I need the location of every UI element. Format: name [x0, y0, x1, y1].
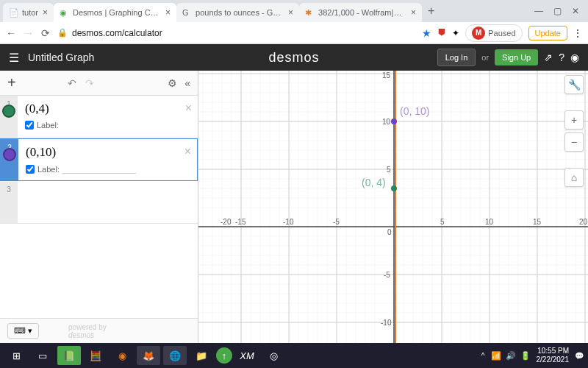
start-button[interactable]: ⊞	[4, 346, 28, 365]
taskbar-app[interactable]: XM	[235, 346, 259, 365]
tab-title: Desmos | Graphing Calculator	[73, 8, 161, 17]
forward-button[interactable]: →	[24, 27, 34, 39]
browser-tab[interactable]: ✱ 382/1,000 - Wolfram|Alpha ×	[299, 3, 422, 22]
graph-controls: 🔧 + − ⌂	[564, 75, 584, 187]
svg-text:15: 15	[382, 71, 391, 79]
new-tab-button[interactable]: +	[422, 4, 440, 18]
favicon-icon: G	[182, 8, 191, 17]
expression-row-empty[interactable]: 3	[0, 181, 198, 224]
window-controls: — ▢ ✕	[528, 6, 585, 16]
point-label: (0, 10)	[400, 105, 429, 117]
minor-grid-v	[203, 71, 576, 343]
browser-tab[interactable]: 📄 tutor ×	[3, 3, 54, 22]
taskbar-app[interactable]: 🧮	[84, 346, 107, 365]
favicon-icon: ✱	[305, 8, 314, 17]
reload-button[interactable]: ⟳	[41, 27, 50, 39]
delete-expression-icon[interactable]: ×	[185, 102, 192, 115]
undo-button[interactable]: ↶	[68, 77, 76, 89]
task-view-icon[interactable]: ▭	[31, 346, 54, 365]
signup-button[interactable]: Sign Up	[495, 49, 538, 66]
add-expression-button[interactable]: +	[7, 74, 16, 91]
taskbar-app[interactable]: ◎	[262, 346, 285, 365]
close-icon[interactable]: ×	[288, 7, 293, 18]
close-icon[interactable]: ✕	[572, 6, 579, 16]
maximize-icon[interactable]: ▢	[553, 6, 562, 16]
url-input[interactable]: 🔒 desmos.com/calculator	[57, 28, 415, 38]
taskbar-app[interactable]: ◉	[110, 346, 134, 365]
graph-canvas[interactable]: -20 -15 -10 -5 0 5 10 15 20 -10 -5 5 10 …	[198, 71, 588, 343]
label-input[interactable]	[62, 164, 136, 174]
expression-toolbar: + ↶ ↷ ⚙ «	[0, 71, 198, 96]
notifications-icon[interactable]: 💬	[575, 352, 584, 360]
url-text: desmos.com/calculator	[72, 28, 162, 38]
hamburger-icon[interactable]: ☰	[9, 51, 19, 65]
help-icon[interactable]: ?	[559, 52, 564, 63]
close-icon[interactable]: ×	[165, 7, 171, 18]
extension-icon[interactable]: ⛊	[437, 28, 446, 38]
label-checkbox[interactable]	[26, 165, 35, 174]
label-text: Label:	[37, 165, 60, 174]
share-icon[interactable]: ⇗	[544, 52, 553, 63]
svg-text:-10: -10	[283, 218, 294, 226]
tab-title: 382/1,000 - Wolfram|Alpha	[318, 8, 406, 17]
avatar-icon: M	[472, 26, 485, 40]
taskbar-clock[interactable]: 10:55 PM 2/22/2021	[537, 347, 570, 364]
color-dot-icon[interactable]	[3, 148, 16, 161]
svg-text:-20: -20	[220, 218, 232, 226]
browser-tab[interactable]: ◉ Desmos | Graphing Calculator ×	[54, 3, 176, 22]
bookmark-icon[interactable]: ★	[422, 27, 431, 39]
expression-formula[interactable]: (0,10)	[26, 145, 190, 160]
close-icon[interactable]: ×	[411, 7, 416, 18]
volume-icon[interactable]: 🔊	[506, 351, 516, 361]
expression-row[interactable]: 1 (0,4) Label: ×	[0, 96, 198, 138]
battery-icon[interactable]: 🔋	[520, 351, 531, 361]
back-button[interactable]: ←	[6, 27, 16, 39]
expression-formula[interactable]: (0,4)	[25, 102, 190, 116]
wifi-icon[interactable]: 📶	[491, 351, 501, 361]
color-dot-icon[interactable]	[2, 105, 15, 118]
taskbar-app[interactable]: 🦊	[137, 346, 160, 365]
point-0-4[interactable]	[391, 185, 397, 191]
lock-icon: 🔒	[57, 28, 68, 38]
favicon-icon: ◉	[60, 8, 68, 17]
svg-text:10: 10	[382, 118, 391, 126]
close-icon[interactable]: ×	[43, 7, 48, 18]
language-icon[interactable]: ◉	[570, 52, 579, 63]
graph-svg: -20 -15 -10 -5 0 5 10 15 20 -10 -5 5 10 …	[198, 71, 588, 343]
svg-text:15: 15	[533, 218, 542, 226]
profile-paused-button[interactable]: M Paused	[465, 24, 522, 42]
taskbar-app[interactable]: ↑	[216, 347, 232, 364]
taskbar-app[interactable]: 📗	[57, 346, 81, 365]
redo-button[interactable]: ↷	[85, 77, 94, 89]
main-area: + ↶ ↷ ⚙ « 1 (0,4) Label: ×	[0, 71, 588, 343]
settings-icon[interactable]: ⚙	[168, 77, 177, 89]
zoom-out-button[interactable]: −	[564, 132, 584, 152]
zoom-in-button[interactable]: +	[564, 110, 584, 130]
menu-icon[interactable]: ⋮	[573, 28, 582, 38]
svg-text:0: 0	[387, 228, 392, 236]
tray-chevron-icon[interactable]: ^	[481, 352, 485, 360]
taskbar-app[interactable]: 🌐	[163, 346, 187, 365]
update-button[interactable]: Update	[528, 26, 567, 40]
delete-expression-icon[interactable]: ×	[184, 145, 191, 158]
login-button[interactable]: Log In	[437, 49, 476, 66]
svg-text:-15: -15	[235, 218, 246, 226]
extensions-icon[interactable]: ✦	[452, 28, 459, 38]
or-text: or	[481, 53, 489, 62]
expression-row[interactable]: 2 (0,10) Label: ×	[0, 138, 198, 181]
taskbar-app[interactable]: 📁	[190, 346, 213, 365]
point-0-10[interactable]	[391, 118, 397, 124]
collapse-panel-icon[interactable]: «	[184, 77, 190, 89]
label-checkbox[interactable]	[25, 121, 34, 130]
minimize-icon[interactable]: —	[534, 6, 543, 16]
system-tray: ^ 📶 🔊 🔋 10:55 PM 2/22/2021 💬	[481, 347, 584, 364]
graph-title[interactable]: Untitled Graph	[28, 52, 94, 63]
keypad-button[interactable]: ⌨ ▾	[7, 323, 39, 339]
favicon-icon: 📄	[9, 8, 18, 17]
home-button[interactable]: ⌂	[564, 168, 584, 187]
expression-index: 2	[1, 139, 18, 180]
browser-tab[interactable]: G pounds to ounces - Google Se ×	[176, 3, 299, 22]
wrench-icon[interactable]: 🔧	[564, 75, 584, 94]
minor-grid-h	[198, 83, 588, 313]
point-label: (0, 4)	[362, 177, 386, 188]
